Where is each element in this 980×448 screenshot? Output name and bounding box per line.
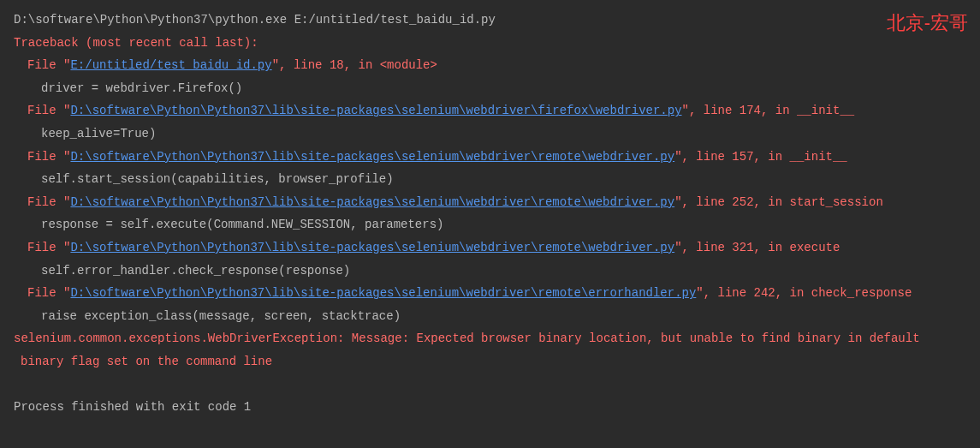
traceback-frame: File "D:\software\Python\Python37\lib\si… [14,282,980,305]
file-suffix: ", line 18, in <module> [272,58,437,72]
traceback-frame: File "D:\software\Python\Python37\lib\si… [14,146,980,169]
file-link[interactable]: E:/untitled/test_baidu_id.py [70,58,271,72]
traceback-header: Traceback (most recent call last): [14,32,980,55]
traceback-frame: File "D:\software\Python\Python37\lib\si… [14,236,980,260]
traceback-frame: File "E:/untitled/test_baidu_id.py", lin… [14,54,980,77]
file-suffix: ", line 157, in __init__ [674,150,847,164]
exception-message: selenium.common.exceptions.WebDriverExce… [14,327,980,350]
file-link[interactable]: D:\software\Python\Python37\lib\site-pac… [70,150,674,164]
watermark-text: 北京-宏哥 [887,5,968,41]
traceback-frame: File "D:\software\Python\Python37\lib\si… [14,191,980,214]
file-prefix: File " [27,58,70,72]
file-prefix: File " [27,195,70,209]
file-prefix: File " [27,241,70,254]
file-suffix: ", line 321, in execute [674,241,840,254]
file-prefix: File " [27,104,70,117]
traceback-frame: File "D:\software\Python\Python37\lib\si… [14,99,980,122]
file-link[interactable]: D:\software\Python\Python37\lib\site-pac… [70,286,696,300]
file-prefix: File " [27,286,70,300]
traceback-code: response = self.execute(Command.NEW_SESS… [14,213,980,236]
file-suffix: ", line 174, in __init__ [682,104,855,117]
traceback-code: self.error_handler.check_response(respon… [14,260,980,283]
process-exit: Process finished with exit code 1 [14,396,980,419]
file-suffix: ", line 252, in start_session [674,195,883,209]
traceback-code: driver = webdriver.Firefox() [14,77,980,100]
traceback-code: keep_alive=True) [14,122,980,146]
file-suffix: ", line 242, in check_response [696,286,912,300]
file-link[interactable]: D:\software\Python\Python37\lib\site-pac… [70,241,674,254]
command-line: D:\software\Python\Python37\python.exe E… [14,9,980,32]
exception-message-continue: binary flag set on the command line [14,350,980,373]
file-link[interactable]: D:\software\Python\Python37\lib\site-pac… [70,104,681,117]
traceback-code: self.start_session(capabilities, browser… [14,168,980,191]
file-prefix: File " [27,150,70,164]
file-link[interactable]: D:\software\Python\Python37\lib\site-pac… [70,195,674,209]
traceback-code: raise exception_class(message, screen, s… [14,305,980,328]
